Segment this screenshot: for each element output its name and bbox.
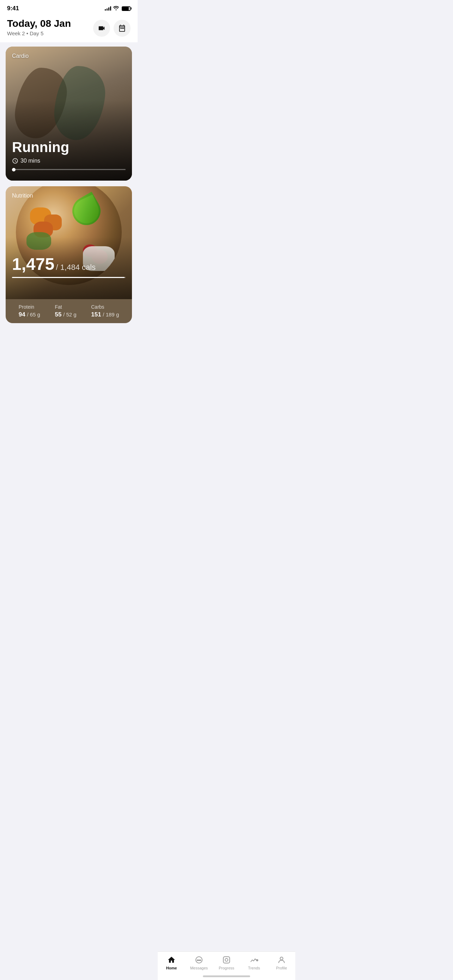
wifi-icon	[113, 6, 119, 11]
nutrition-card[interactable]: Nutrition 1,475 / 1,484 cals Protein 94 …	[6, 186, 132, 323]
cals-consumed: 1,475	[12, 255, 54, 274]
cals-progress-fill	[12, 277, 124, 278]
macros-row: Protein 94 / 65 g Fat 55 / 52 g Carbs 15…	[6, 299, 132, 323]
header-left: Today, 08 Jan Week 2 • Day 5	[7, 18, 71, 37]
header: Today, 08 Jan Week 2 • Day 5	[0, 15, 138, 42]
macro-carbs: Carbs 151 / 189 g	[91, 304, 119, 318]
header-right	[93, 18, 130, 37]
workout-card[interactable]: Cardio Running 30 mins	[6, 46, 132, 181]
signal-icon	[105, 6, 111, 11]
macro-fat: Fat 55 / 52 g	[55, 304, 76, 318]
macro-protein: Protein 94 / 65 g	[19, 304, 40, 318]
status-time: 9:41	[7, 5, 19, 12]
workout-title: Running	[12, 139, 126, 155]
main-content: Cardio Running 30 mins	[0, 42, 138, 358]
status-icons	[105, 6, 130, 11]
cals-progress-bar	[12, 277, 126, 278]
nutrition-background: Nutrition 1,475 / 1,484 cals	[6, 186, 132, 299]
workout-duration-text: 30 mins	[21, 158, 40, 164]
carbs-value: 151 / 189 g	[91, 311, 119, 318]
carbs-label: Carbs	[91, 304, 119, 310]
calendar-icon	[118, 24, 126, 32]
header-week: Week 2 • Day 5	[7, 30, 71, 37]
workout-duration: 30 mins	[12, 158, 126, 164]
protein-label: Protein	[19, 304, 40, 310]
protein-value: 94 / 65 g	[19, 311, 40, 318]
nutrition-cals: 1,475 / 1,484 cals	[12, 256, 126, 278]
video-icon	[98, 24, 105, 32]
battery-icon	[122, 6, 130, 11]
fat-value: 55 / 52 g	[55, 311, 76, 318]
header-date: Today, 08 Jan	[7, 18, 71, 30]
workout-progress-fill	[12, 169, 14, 170]
cals-total: / 1,484 cals	[56, 263, 96, 272]
status-bar: 9:41	[0, 0, 138, 15]
nutrition-category: Nutrition	[12, 192, 33, 199]
workout-category: Cardio	[12, 53, 29, 59]
calendar-button[interactable]	[114, 20, 130, 37]
workout-progress-bar	[12, 169, 126, 170]
workout-info: Running 30 mins	[12, 139, 126, 170]
video-button[interactable]	[93, 20, 110, 37]
fat-label: Fat	[55, 304, 76, 310]
clock-icon	[12, 158, 18, 164]
